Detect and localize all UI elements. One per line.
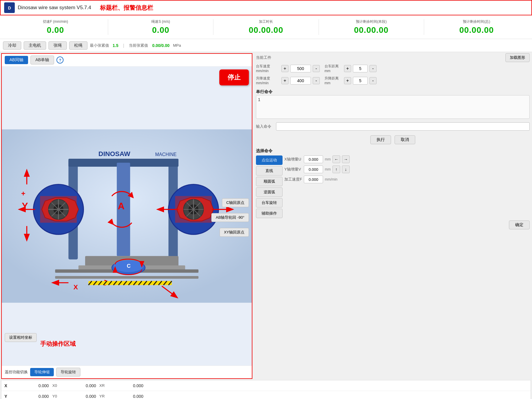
- set-coord-button[interactable]: 设置相对坐标: [5, 333, 37, 342]
- lift-speed-plus[interactable]: +: [281, 77, 288, 84]
- cmd-point-motion[interactable]: 点位运动: [256, 155, 283, 165]
- axis-val-x: 0.000: [13, 383, 49, 388]
- svg-text:DINOSAW: DINOSAW: [98, 150, 130, 158]
- lift-speed-minus[interactable]: -: [313, 77, 320, 84]
- guide-extend-button[interactable]: 导轮伸缩: [30, 368, 54, 376]
- confirm-row: 确定: [256, 220, 530, 229]
- metric-wire-speed-value: 0.00: [152, 25, 170, 35]
- single-command-section: 单行命令 1: [256, 88, 530, 119]
- axis-row-y: Y 0.000 Y0 0.000 YR 0.000: [1, 391, 531, 399]
- single-cmd-area: 1: [256, 95, 530, 119]
- metric-remaining-total-value: 00.00.00: [459, 25, 494, 35]
- cancel-button[interactable]: 取消: [395, 135, 415, 144]
- metric-remaining-total: 预计剩余时间(总) 00.00.00: [424, 19, 529, 35]
- cmd-trolley-rotate[interactable]: 台车旋转: [256, 198, 283, 207]
- metric-wire-speed: 绳速S (m/s) 0.00: [108, 19, 213, 35]
- x-increment-input[interactable]: [304, 155, 323, 163]
- app-logo: D: [4, 2, 15, 13]
- execute-button[interactable]: 执行: [370, 135, 391, 144]
- lift-dist-label: 升降距离mm: [325, 76, 342, 85]
- trolley-speed-minus[interactable]: -: [313, 65, 320, 72]
- trolley-dist-input[interactable]: [353, 65, 368, 72]
- current-tension-value: 0.00/0.00: [152, 43, 169, 48]
- feed-unit: mm/min: [325, 177, 338, 181]
- metric-remaining-segment-label: 预计剩余时间(本段): [356, 19, 387, 24]
- trolley-speed-plus[interactable]: +: [281, 65, 288, 72]
- machine-visual: DINOSAW MACHINE: [2, 66, 252, 366]
- svg-text:MACHINE: MACHINE: [155, 152, 177, 157]
- add-shape-button[interactable]: 加载图形: [505, 53, 530, 62]
- svg-text:+: +: [21, 189, 25, 197]
- lift-dist-plus[interactable]: +: [344, 77, 351, 84]
- trolley-dist-plus[interactable]: +: [344, 65, 351, 72]
- metric-remaining-total-label: 预计剩余时间(总): [463, 19, 490, 24]
- metric-cut-speed: 切速F (mm/min) 0.00: [3, 19, 108, 35]
- remote-control-row: 遥控功能切换 导轮伸缩 导轮旋转: [2, 366, 252, 378]
- cmd-line[interactable]: 直线: [256, 166, 283, 176]
- c-axis-home-button[interactable]: C轴回原点: [222, 198, 249, 207]
- help-icon[interactable]: ?: [56, 56, 64, 64]
- guide-rotate-button[interactable]: 导轮旋转: [56, 368, 80, 377]
- axis-val3-y: 0.000: [108, 394, 143, 399]
- metric-remaining-segment: 预计剩余时间(本段) 00.00.00: [319, 19, 424, 35]
- loosen-wire-button[interactable]: 松绳: [69, 41, 87, 50]
- input-cmd-label: 输入命令: [256, 124, 274, 129]
- svg-text:X: X: [74, 283, 78, 291]
- main-motor-button[interactable]: 主电机: [24, 41, 46, 50]
- axis-key-y0: Y0: [49, 394, 61, 398]
- tab-ab-single[interactable]: AB单轴: [30, 56, 54, 64]
- right-top-row: 当前工件 加载图形: [256, 53, 530, 62]
- metric-process-time-value: 00.00.00: [249, 25, 283, 35]
- lift-dist-minus[interactable]: -: [369, 77, 377, 84]
- remote-label: 遥控功能切换: [5, 369, 28, 375]
- y-increment-row: Y轴增量V mm ↑ ↓: [284, 166, 530, 173]
- y-increment-label: Y轴增量V: [284, 167, 302, 172]
- y-increment-input[interactable]: [304, 166, 323, 173]
- svg-text:A: A: [118, 201, 125, 211]
- stop-button[interactable]: 停止: [219, 69, 249, 85]
- xy-axis-home-button[interactable]: XY轴回原点: [220, 228, 249, 237]
- single-cmd-title: 单行命令: [256, 89, 530, 95]
- cmd-cw-arc[interactable]: 顺圆弧: [256, 177, 283, 186]
- axis-row-x: X 0.000 X0 0.000 XR 0.000: [1, 380, 531, 391]
- confirm-button[interactable]: 确定: [509, 220, 530, 229]
- trolley-speed-row: 台车速度mm/min + - 台车距离mm + -: [256, 64, 530, 73]
- trolley-dist-label: 台车距离mm: [325, 64, 342, 73]
- metric-process-time: 加工时长 00.00.00: [213, 19, 319, 35]
- x-left-btn[interactable]: ←: [332, 155, 340, 163]
- svg-rect-42: [55, 276, 198, 279]
- input-cmd-field[interactable]: [276, 122, 530, 131]
- cmd-ccw-arc[interactable]: 逆圆弧: [256, 187, 283, 197]
- lift-speed-input[interactable]: [290, 77, 311, 85]
- cooling-button[interactable]: 冷却: [3, 41, 21, 50]
- x-increment-label: X轴增量U: [284, 157, 302, 162]
- x-right-btn[interactable]: →: [342, 155, 350, 163]
- axis-key2-xr: XR: [96, 383, 108, 388]
- cmd-auxiliary[interactable]: 辅助操作: [256, 209, 283, 218]
- tab-ab-coaxial[interactable]: AB同轴: [5, 56, 28, 64]
- app-title: Dinosaw wire saw system V5.7.4: [18, 5, 91, 11]
- lift-speed-row: 升降速度mm/min + - 升降距离mm + -: [256, 76, 530, 85]
- axis-val2-x: 0.000: [61, 383, 96, 388]
- lift-dist-input[interactable]: [353, 77, 368, 85]
- ab-axis-guide-button[interactable]: AB轴导轮回 -90°: [211, 213, 249, 222]
- axis-key-x0: X0: [49, 383, 61, 388]
- y-down-btn[interactable]: ↓: [342, 166, 350, 173]
- feed-speed-input[interactable]: [304, 176, 323, 183]
- select-command-section: 选择命令 点位运动 直线 顺圆弧 逆圆弧 台车旋转 辅助操作 X轴增量U: [256, 147, 530, 229]
- metric-cut-speed-value: 0.00: [47, 25, 64, 35]
- y-up-btn[interactable]: ↑: [332, 166, 340, 173]
- cmd-list: 点位运动 直线 顺圆弧 逆圆弧 台车旋转 辅助操作: [256, 155, 283, 218]
- metric-remaining-segment-value: 00.00.00: [354, 25, 389, 35]
- cmd-items-row: 点位运动 直线 顺圆弧 逆圆弧 台车旋转 辅助操作 X轴增量U mm ← →: [256, 155, 530, 218]
- y-unit: mm: [325, 167, 331, 171]
- axis-increment-panel: X轴增量U mm ← → Y轴增量V mm ↑ ↓: [284, 155, 530, 183]
- axis-val-y: 0.000: [13, 394, 49, 399]
- title-bar: D Dinosaw wire saw system V5.7.4 标题栏、报警信…: [0, 0, 532, 15]
- min-tension-label: 最小张紧值: [90, 43, 109, 48]
- select-cmd-title: 选择命令: [256, 148, 530, 154]
- trolley-dist-minus[interactable]: -: [369, 65, 377, 72]
- cmd-action-row: 执行 取消: [256, 135, 530, 144]
- trolley-speed-input[interactable]: [290, 65, 311, 72]
- tension-wire-button[interactable]: 张绳: [48, 41, 67, 50]
